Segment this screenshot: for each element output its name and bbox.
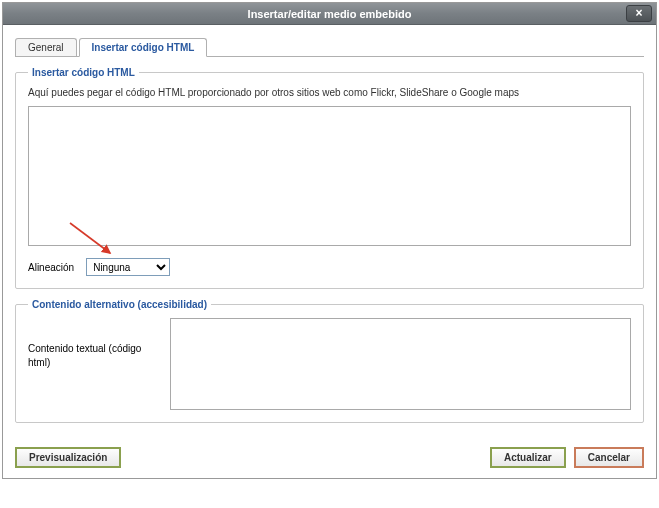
- alt-row: Contenido textual (código html): [28, 318, 631, 410]
- update-button[interactable]: Actualizar: [490, 447, 566, 468]
- dialog-window: Insertar/editar medio embebido × General…: [2, 2, 657, 479]
- fieldset-insert-legend: Insertar código HTML: [28, 67, 139, 78]
- alignment-select[interactable]: Ninguna: [86, 258, 170, 276]
- dialog-body: General Insertar código HTML Insertar có…: [3, 25, 656, 439]
- footer-right: Actualizar Cancelar: [490, 447, 644, 468]
- footer-left: Previsualización: [15, 447, 121, 468]
- dialog-title: Insertar/editar medio embebido: [248, 8, 412, 20]
- alignment-label: Alineación: [28, 262, 74, 273]
- alt-content-textarea[interactable]: [170, 318, 631, 410]
- fieldset-insert-html: Insertar código HTML Aquí puedes pegar e…: [15, 67, 644, 289]
- html-textarea-wrap: [28, 106, 631, 248]
- tab-bar: General Insertar código HTML: [15, 35, 644, 57]
- fieldset-alt-content: Contenido alternativo (accesibilidad) Co…: [15, 299, 644, 423]
- html-code-textarea[interactable]: [28, 106, 631, 246]
- close-button[interactable]: ×: [626, 5, 652, 22]
- dialog-footer: Previsualización Actualizar Cancelar: [3, 439, 656, 478]
- alt-content-label: Contenido textual (código html): [28, 318, 158, 370]
- close-icon: ×: [635, 6, 642, 20]
- tab-general[interactable]: General: [15, 38, 77, 56]
- titlebar: Insertar/editar medio embebido ×: [3, 3, 656, 25]
- fieldset-alt-legend: Contenido alternativo (accesibilidad): [28, 299, 211, 310]
- alignment-row: Alineación Ninguna: [28, 258, 631, 276]
- cancel-button[interactable]: Cancelar: [574, 447, 644, 468]
- insert-hint-text: Aquí puedes pegar el código HTML proporc…: [28, 86, 631, 100]
- preview-button[interactable]: Previsualización: [15, 447, 121, 468]
- tab-insert-html[interactable]: Insertar código HTML: [79, 38, 208, 57]
